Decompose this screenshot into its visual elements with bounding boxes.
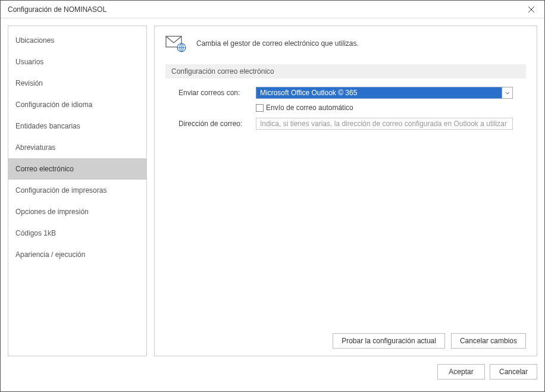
close-button[interactable]: [518, 1, 544, 18]
titlebar: Configuración de NOMINASOL: [1, 1, 544, 18]
sidebar-item[interactable]: Abreviaturas: [8, 137, 146, 158]
test-config-button[interactable]: Probar la configuración actual: [333, 333, 445, 349]
row-auto-send: Envío de correo automático: [256, 104, 513, 112]
row-address: Dirección de correo: Indica, si tienes v…: [178, 118, 513, 130]
row-send-with: Enviar correos con: Microsoft Office Out…: [178, 87, 513, 99]
auto-send-label: Envío de correo automático: [266, 104, 353, 112]
label-send-with: Enviar correos con:: [178, 89, 256, 97]
sidebar-item[interactable]: Configuración de idioma: [8, 94, 146, 115]
panel-button-row: Probar la configuración actual Cancelar …: [165, 333, 526, 349]
cancel-button[interactable]: Cancelar: [490, 364, 537, 380]
sidebar-item[interactable]: Opciones de impresión: [8, 201, 146, 222]
combo-dropdown-button[interactable]: [502, 87, 513, 99]
sidebar-item[interactable]: Apariencia / ejecución: [8, 244, 146, 265]
address-input[interactable]: Indica, si tienes varias, la dirección d…: [256, 118, 513, 130]
content-area: UbicacionesUsuariosRevisiónConfiguración…: [1, 18, 544, 363]
main-panel: Cambia el gestor de correo electrónico q…: [154, 26, 537, 356]
mail-globe-icon: [165, 35, 187, 52]
section-title: Configuración correo electrónico: [165, 64, 526, 79]
cancel-changes-button[interactable]: Cancelar cambios: [451, 333, 526, 349]
chevron-down-icon: [505, 92, 510, 95]
sidebar-item[interactable]: Revisión: [8, 73, 146, 94]
sidebar: UbicacionesUsuariosRevisiónConfiguración…: [8, 26, 147, 356]
send-with-value: Microsoft Office Outlook © 365: [256, 87, 502, 99]
dialog-footer: Aceptar Cancelar: [1, 363, 544, 385]
sidebar-item[interactable]: Entidades bancarias: [8, 115, 146, 137]
sidebar-item[interactable]: Correo electrónico: [8, 158, 146, 180]
sidebar-item[interactable]: Usuarios: [8, 51, 146, 73]
panel-header: Cambia el gestor de correo electrónico q…: [165, 35, 526, 52]
accept-button[interactable]: Aceptar: [437, 364, 485, 380]
auto-send-checkbox[interactable]: [256, 104, 264, 112]
form-area: Enviar correos con: Microsoft Office Out…: [165, 87, 526, 134]
close-icon: [528, 7, 534, 12]
label-address: Dirección de correo:: [178, 120, 256, 128]
send-with-combo[interactable]: Microsoft Office Outlook © 365: [256, 87, 513, 99]
spacer: [165, 134, 526, 333]
window-title: Configuración de NOMINASOL: [8, 5, 107, 14]
panel-description: Cambia el gestor de correo electrónico q…: [196, 39, 359, 48]
sidebar-item[interactable]: Ubicaciones: [8, 30, 146, 51]
sidebar-item[interactable]: Códigos 1kB: [8, 222, 146, 244]
sidebar-item[interactable]: Configuración de impresoras: [8, 180, 146, 201]
